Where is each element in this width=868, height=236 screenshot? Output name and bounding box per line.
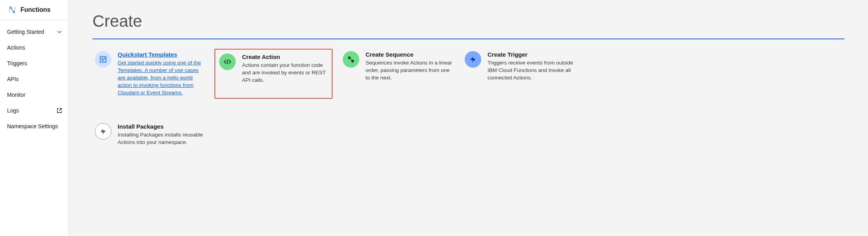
sidebar-list: Getting Started Actions Triggers APIs Mo… [0, 20, 68, 134]
sidebar-item-actions[interactable]: Actions [0, 40, 68, 55]
card-text: Quickstart Templates Get started quickly… [118, 51, 204, 96]
card-title: Create Sequence [366, 51, 452, 58]
main-content: Create Quickstart Templates Get started … [69, 0, 868, 236]
card-desc: Installing Packages installs reusable Ac… [118, 131, 204, 146]
card-desc: Sequences invoke Actions in a linear ord… [366, 59, 452, 82]
divider [92, 39, 844, 39]
chevron-down-icon [57, 29, 62, 35]
sidebar-item-apis[interactable]: APIs [0, 71, 68, 87]
sidebar-item-label: Namespace Settings [7, 123, 58, 129]
card-desc: Triggers receive events from outside IBM… [488, 59, 574, 82]
sidebar-item-label: Triggers [7, 60, 27, 66]
sidebar-item-label: Actions [7, 44, 25, 51]
external-link-icon [57, 108, 62, 113]
card-title: Quickstart Templates [118, 51, 204, 58]
card-quickstart-templates[interactable]: Quickstart Templates Get started quickly… [92, 49, 207, 99]
sidebar-item-label: APIs [7, 76, 19, 82]
svg-point-3 [104, 58, 105, 59]
card-desc: Actions contain your function code and a… [242, 62, 328, 84]
template-icon [95, 51, 111, 68]
app-root: Functions Getting Started Actions Trigge… [0, 0, 868, 236]
sequence-icon [343, 51, 359, 68]
card-desc: Get started quickly using one of the Tem… [118, 59, 204, 96]
card-text: Create Trigger Triggers receive events f… [488, 51, 574, 82]
trigger-icon [465, 51, 481, 68]
sidebar-item-label: Monitor [7, 92, 26, 98]
card-text: Create Action Actions contain your funct… [242, 53, 328, 84]
sidebar-item-getting-started[interactable]: Getting Started [0, 24, 68, 40]
functions-icon [8, 6, 17, 14]
page-title: Create [92, 12, 844, 31]
card-text: Create Sequence Sequences invoke Actions… [366, 51, 452, 82]
sidebar-item-label: Logs [7, 107, 19, 114]
sidebar-header[interactable]: Functions [0, 0, 68, 20]
card-create-sequence[interactable]: Create Sequence Sequences invoke Actions… [340, 49, 454, 99]
card-text: Install Packages Installing Packages ins… [118, 123, 204, 146]
sidebar-title: Functions [20, 6, 50, 13]
code-icon [219, 53, 236, 70]
card-install-packages[interactable]: Install Packages Installing Packages ins… [92, 121, 207, 149]
card-title: Install Packages [118, 123, 204, 130]
card-create-trigger[interactable]: Create Trigger Triggers receive events f… [462, 49, 576, 99]
sidebar-item-logs[interactable]: Logs [0, 103, 68, 118]
sidebar: Functions Getting Started Actions Trigge… [0, 0, 69, 236]
sidebar-item-triggers[interactable]: Triggers [0, 55, 68, 71]
sidebar-item-namespace-settings[interactable]: Namespace Settings [0, 118, 68, 134]
card-create-action[interactable]: Create Action Actions contain your funct… [214, 49, 332, 99]
card-title: Create Trigger [488, 51, 574, 58]
sidebar-item-monitor[interactable]: Monitor [0, 87, 68, 103]
sidebar-item-label: Getting Started [7, 29, 44, 35]
package-icon [95, 123, 111, 140]
card-title: Create Action [242, 53, 328, 60]
cards-container: Quickstart Templates Get started quickly… [92, 49, 844, 149]
